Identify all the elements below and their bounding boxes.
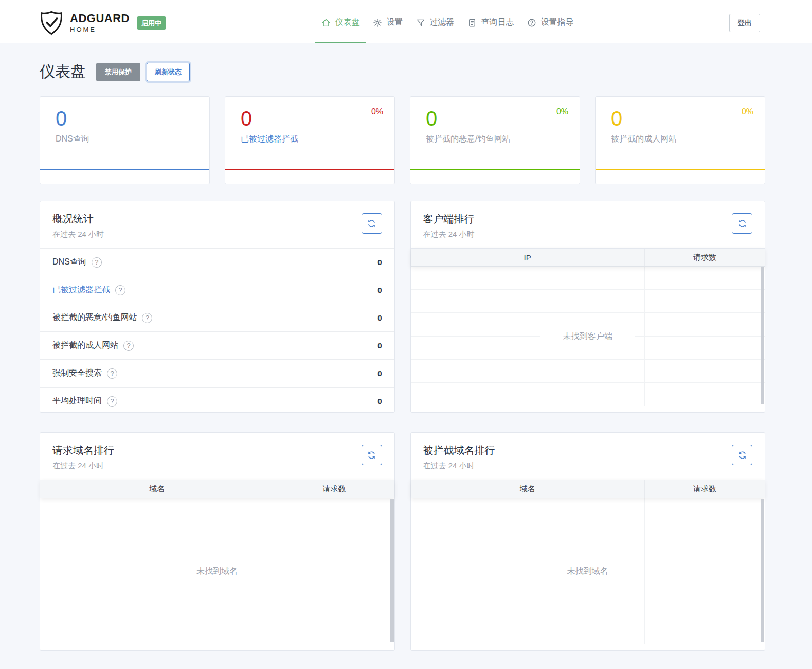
refresh-button[interactable]: [362, 445, 382, 465]
refresh-button[interactable]: [732, 445, 752, 465]
main-content: 仪表盘 禁用保护 刷新状态 0 DNS查询 0 0% 已被过滤器拦截 0 0% …: [40, 43, 765, 651]
nav-item-settings[interactable]: 设置: [366, 3, 409, 43]
panel-subtitle: 在过去 24 小时: [52, 461, 114, 471]
stats-row-label: 被拦截的成人网站: [52, 340, 118, 351]
stat-sparkline: [40, 169, 209, 170]
refresh-icon: [367, 219, 376, 228]
stat-card-blocked-by-filters: 0 0% 已被过滤器拦截: [225, 96, 395, 184]
stats-row-label: 被拦截的恶意/钓鱼网站: [52, 312, 137, 323]
stat-sparkline: [225, 169, 394, 170]
help-icon[interactable]: ?: [142, 313, 152, 323]
stats-row-label: 平均处理时间: [52, 396, 102, 407]
nav-item-query-log[interactable]: 查询日志: [461, 3, 520, 43]
stats-row-dns-queries: DNS查询? 0: [40, 248, 394, 276]
refresh-status-button[interactable]: 刷新状态: [147, 63, 190, 81]
home-icon: [321, 18, 331, 27]
table-row: [411, 267, 765, 290]
stats-row-blocked-malware: 被拦截的恶意/钓鱼网站? 0: [40, 304, 394, 331]
funnel-icon: [416, 18, 425, 27]
stat-label-link[interactable]: 已被过滤器拦截: [241, 134, 394, 145]
disable-protection-button[interactable]: 禁用保护: [96, 63, 140, 81]
refresh-icon: [738, 451, 747, 460]
help-icon[interactable]: ?: [107, 396, 117, 407]
nav-label: 仪表盘: [335, 17, 359, 28]
page-title: 仪表盘: [40, 61, 86, 82]
stats-row-value: 0: [377, 286, 382, 294]
table-scrollbar[interactable]: [390, 499, 394, 642]
help-icon[interactable]: ?: [92, 257, 102, 268]
column-header-domain: 域名: [411, 480, 644, 498]
logout-button[interactable]: 登出: [729, 14, 760, 32]
empty-state-message: 未找到客户端: [540, 324, 635, 349]
refresh-button[interactable]: [732, 213, 752, 234]
document-icon: [467, 18, 477, 27]
stats-row-value: 0: [377, 397, 382, 406]
stat-card-blocked-adult: 0 0% 被拦截的成人网站: [595, 96, 765, 184]
stat-percent: 0%: [556, 107, 568, 116]
panel-subtitle: 在过去 24 小时: [423, 230, 475, 239]
column-divider: [274, 498, 274, 644]
stats-row-blocked-adult: 被拦截的成人网站? 0: [40, 331, 394, 359]
stat-sparkline: [410, 169, 580, 170]
clients-table: IP 请求数 未找到客户端: [411, 248, 765, 406]
help-icon[interactable]: ?: [123, 341, 134, 351]
table-row: [411, 620, 765, 644]
gear-icon: [373, 18, 382, 27]
nav-item-dashboard[interactable]: 仪表盘: [315, 3, 366, 43]
help-icon[interactable]: ?: [115, 285, 125, 295]
panel-subtitle: 在过去 24 小时: [52, 230, 104, 239]
stats-row-value: 0: [377, 313, 382, 322]
column-divider: [644, 498, 645, 644]
nav-label: 设置指导: [540, 17, 573, 28]
stats-row-label-link[interactable]: 已被过滤器拦截: [52, 285, 110, 295]
table-row: [411, 595, 765, 620]
panel-title: 客户端排行: [423, 212, 475, 226]
table-row: [411, 498, 765, 522]
stat-cards-row: 0 DNS查询 0 0% 已被过滤器拦截 0 0% 被拦截的恶意/钓鱼网站 0 …: [40, 96, 765, 184]
stat-percent: 0%: [742, 107, 753, 116]
column-header-requests: 请求数: [274, 480, 394, 498]
table-scrollbar[interactable]: [761, 267, 764, 404]
nav-label: 查询日志: [481, 17, 514, 28]
top-clients-panel: 客户端排行 在过去 24 小时 IP 请求数: [410, 201, 766, 413]
refresh-icon: [738, 219, 747, 228]
stats-row-label: 强制安全搜索: [52, 368, 102, 379]
page-header: 仪表盘 禁用保护 刷新状态: [40, 61, 765, 82]
status-badge: 启用中: [137, 16, 166, 30]
empty-state-message: 未找到域名: [174, 559, 260, 584]
panel-title: 请求域名排行: [52, 444, 114, 457]
stats-row-value: 0: [377, 258, 382, 267]
stats-row-value: 0: [377, 369, 382, 378]
main-nav: 仪表盘 设置 过滤器 查询日志: [315, 3, 580, 43]
stats-row-blocked-by-filters: 已被过滤器拦截? 0: [40, 276, 394, 304]
stat-sparkline: [596, 169, 765, 170]
table-row: [40, 498, 394, 522]
table-row: [40, 620, 394, 644]
brand-logo: ADGUARD HOME: [40, 3, 130, 43]
refresh-button[interactable]: [362, 213, 382, 234]
stat-label: 被拦截的恶意/钓鱼网站: [426, 134, 580, 145]
stat-card-blocked-malware: 0 0% 被拦截的恶意/钓鱼网站: [410, 96, 580, 184]
help-icon[interactable]: ?: [107, 368, 117, 379]
table-row: [40, 595, 394, 620]
help-circle-icon: [527, 18, 536, 27]
nav-label: 过滤器: [429, 17, 454, 28]
top-blocked-domains-panel: 被拦截域名排行 在过去 24 小时 域名 请求数: [410, 432, 766, 651]
stats-row-avg-processing-time: 平均处理时间? 0: [40, 387, 394, 415]
panels-row-2: 请求域名排行 在过去 24 小时 域名 请求数: [40, 432, 765, 651]
column-header-requests: 请求数: [644, 249, 765, 266]
general-stats-panel: 概况统计 在过去 24 小时 DNS查询? 0 已被过滤器拦截? 0: [40, 201, 395, 413]
stat-card-dns-queries: 0 DNS查询: [40, 96, 210, 184]
nav-item-setup-guide[interactable]: 设置指导: [520, 3, 580, 43]
column-header-ip: IP: [411, 249, 644, 266]
panel-title: 概况统计: [52, 212, 104, 226]
table-scrollbar[interactable]: [761, 499, 764, 642]
table-row: [411, 522, 765, 547]
stat-value: 0: [56, 107, 209, 130]
adguard-shield-icon: [40, 10, 63, 36]
panels-row-1: 概况统计 在过去 24 小时 DNS查询? 0 已被过滤器拦截? 0: [40, 201, 765, 413]
brand-sub: HOME: [70, 26, 130, 33]
nav-item-filters[interactable]: 过滤器: [409, 3, 461, 43]
stat-label: 被拦截的成人网站: [611, 134, 765, 145]
top-requested-domains-panel: 请求域名排行 在过去 24 小时 域名 请求数: [40, 432, 395, 651]
